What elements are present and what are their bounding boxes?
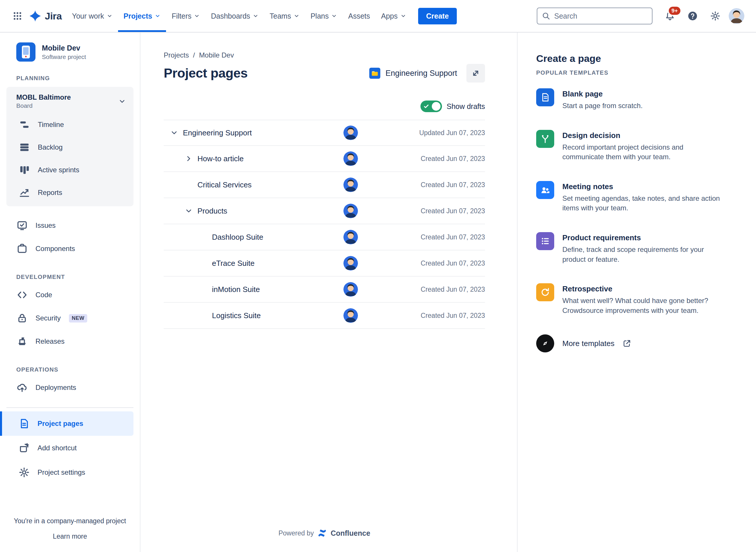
page-link[interactable]: Dashloop Suite [212,233,340,242]
active-sprints-icon [19,164,30,176]
avatar [343,282,358,297]
sidebar-item-label: Timeline [38,121,64,129]
nav-projects[interactable]: Projects [118,0,166,32]
template-desc: Define, track and scope requirements for… [562,245,725,264]
notification-badge: 9+ [668,6,681,16]
page-link[interactable]: Logistics Suite [212,311,340,320]
template-meeting-notes[interactable]: Meeting notes Set meeting agendas, take … [536,181,733,213]
sidebar-item-security[interactable]: Security NEW [6,306,133,330]
avatar [343,230,358,244]
sidebar-item-components[interactable]: Components [6,237,133,260]
page-link[interactable]: Critical Services [197,180,340,189]
page-row-inmotion-suite[interactable]: inMotion Suite Created Jun 07, 2023 [164,277,485,303]
page-link[interactable]: Engineering Support [183,128,340,137]
project-titles: Mobile Dev Software project [42,44,86,60]
chevron-right-icon[interactable] [182,152,195,165]
nav-your-work[interactable]: Your work [67,0,118,32]
sidebar-group-operations: Deployments [0,376,140,399]
sidebar-item-label: Security [35,314,61,322]
chevron-slot-empty [197,309,210,322]
sidebar-item-deployments[interactable]: Deployments [6,376,133,399]
page-row-engineering-support[interactable]: Engineering Support Updated Jun 07, 2023 [164,120,485,146]
nav-right: 9+ [537,0,744,32]
learn-more-link[interactable]: Learn more [53,533,87,540]
page-row-etrace-suite[interactable]: eTrace Suite Created Jun 07, 2023 [164,250,485,277]
ship-icon [16,335,28,347]
page-row-dashloop-suite[interactable]: Dashloop Suite Created Jun 07, 2023 [164,224,485,250]
chevron-down-icon [294,13,300,19]
sidebar-item-label: Code [35,291,52,299]
add-shortcut-icon [18,442,30,454]
nav-plans[interactable]: Plans [305,0,343,32]
chevron-down-icon [253,13,258,19]
help-button[interactable] [683,7,702,25]
operations-section-label: OPERATIONS [16,366,140,373]
avatar [343,177,358,192]
nav-filters[interactable]: Filters [166,0,205,32]
profile-avatar[interactable] [729,8,744,24]
chevron-down-icon[interactable] [118,98,126,105]
page-meta: Created Jun 07, 2023 [369,286,485,293]
title-row: Project pages Engineering Support [164,64,485,83]
breadcrumb-mobile-dev[interactable]: Mobile Dev [199,51,234,59]
app-switcher-button[interactable] [8,7,27,25]
breadcrumb-projects[interactable]: Projects [164,51,189,59]
page-row-critical-services[interactable]: Critical Services Created Jun 07, 2023 [164,172,485,198]
panel-title: Create a page [536,53,733,64]
nav-teams[interactable]: Teams [264,0,305,32]
switch-space-button[interactable] [466,64,485,83]
page-meta: Created Jun 07, 2023 [369,259,485,267]
chevron-down-icon [155,13,160,19]
more-templates-link[interactable]: More templates [536,334,733,353]
top-navigation: Jira Your work Projects Filters Dashboar… [0,0,756,32]
space-selector: Engineering Support [369,64,485,83]
sidebar-divider [6,407,133,408]
pages-table: Engineering Support Updated Jun 07, 2023… [164,120,485,329]
sidebar-item-backlog[interactable]: Backlog [9,136,131,159]
show-drafts-toggle[interactable] [420,101,442,112]
template-design-decision[interactable]: Design decision Record important project… [536,130,733,162]
breadcrumb: Projects / Mobile Dev [164,51,485,59]
create-button[interactable]: Create [418,8,457,24]
sidebar-item-project-pages[interactable]: Project pages [0,411,133,436]
page-link[interactable]: Products [197,206,340,216]
sidebar-item-reports[interactable]: Reports [9,181,131,204]
grid-icon [12,11,22,21]
nav-assets[interactable]: Assets [342,0,375,32]
template-retrospective[interactable]: Retrospective What went well? What could… [536,283,733,315]
page-link[interactable]: eTrace Suite [212,259,340,268]
nav-apps[interactable]: Apps [376,0,412,32]
page-row-products[interactable]: Products Created Jun 07, 2023 [164,198,485,224]
sidebar-item-add-shortcut[interactable]: Add shortcut [0,436,133,460]
notifications-button[interactable]: 9+ [661,7,679,25]
sidebar-item-timeline[interactable]: Timeline [9,113,131,136]
project-header[interactable]: Mobile Dev Software project [0,42,140,61]
sidebar-item-issues[interactable]: Issues [6,214,133,237]
template-blank-page[interactable]: Blank page Start a page from scratch. [536,88,733,111]
page-meta: Updated Jun 07, 2023 [369,129,485,137]
search-input[interactable] [537,8,652,24]
chevron-down-icon[interactable] [168,126,181,139]
sidebar-item-code[interactable]: Code [6,283,133,306]
page-meta: Created Jun 07, 2023 [369,155,485,163]
chevron-down-icon[interactable] [182,204,195,217]
page-link[interactable]: inMotion Suite [212,285,340,294]
sidebar-item-active-sprints[interactable]: Active sprints [9,159,131,181]
sidebar-item-label: Releases [35,337,65,346]
page-row-logistics-suite[interactable]: Logistics Suite Created Jun 07, 2023 [164,303,485,329]
sidebar-item-project-settings[interactable]: Project settings [0,460,133,485]
page-link[interactable]: How-to article [197,154,340,163]
chevron-down-icon [194,13,200,19]
sidebar-footer: You're in a company-managed project Lear… [0,517,140,552]
compass-icon [536,334,554,353]
jira-logo[interactable]: Jira [27,10,67,22]
brand-name: Jira [45,10,62,22]
sidebar-item-releases[interactable]: Releases [6,330,133,353]
nav-dashboards[interactable]: Dashboards [205,0,264,32]
page-row-how-to-article[interactable]: How-to article Created Jun 07, 2023 [164,146,485,172]
avatar [343,204,358,218]
settings-button[interactable] [706,7,725,25]
template-product-requirements[interactable]: Product requirements Define, track and s… [536,232,733,264]
sidebar-item-label: Reports [38,188,62,197]
board-selector[interactable]: MOBL Baltimore Board [9,89,131,113]
